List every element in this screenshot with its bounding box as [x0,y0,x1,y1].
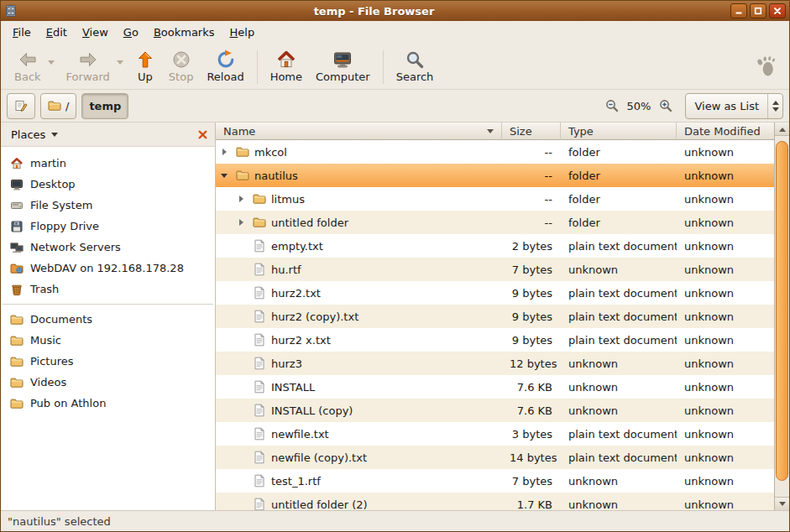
sidebar-item-floppy-drive[interactable]: Floppy Drive [1,216,215,237]
file-row-hu-rtf[interactable]: hu.rtf7 bytesunknownunknown [216,258,774,281]
toolbar: BackForwardUpStopReloadHomeComputerSearc… [1,44,789,90]
menu-go[interactable]: Go [116,23,146,42]
expander-icon[interactable] [236,193,248,205]
root-path-button[interactable]: / [40,93,76,119]
sidebar-item-documents[interactable]: Documents [1,309,215,330]
expander-icon[interactable] [236,216,248,228]
date-cell: unknown [677,263,774,276]
sidebar-close-button[interactable] [193,125,212,143]
sidebar-item-trash[interactable]: Trash [1,279,215,300]
name-cell: untitled folder (2) [216,498,502,510]
file-list-area: NameSizeTypeDate Modified mkcol--folderu… [216,123,789,510]
file-name: hurz2 x.txt [271,334,331,347]
type-cell: unknown [561,475,677,488]
titlebar[interactable]: temp - File Browser [1,1,789,21]
scroll-down-button[interactable] [775,497,789,510]
sidebar-item-label: Floppy Drive [30,220,99,232]
sidebar-item-desktop[interactable]: Desktop [1,174,215,195]
expander-icon[interactable] [219,146,231,158]
sidebar-item-videos[interactable]: Videos [1,372,215,393]
zoom-in-button[interactable] [658,98,673,113]
name-cell: mkcol [216,145,502,159]
sidebar-item-martin[interactable]: martin [1,153,215,174]
column-header-date-modified[interactable]: Date Modified [677,123,774,140]
toolbar-computer-button[interactable]: Computer [309,47,377,86]
sidebar-item-pub-on-athlon[interactable]: Pub on Athlon [1,393,215,414]
scrollbar-thumb[interactable] [776,141,788,480]
file-row-litmus[interactable]: litmus--folderunknown [216,187,774,211]
arrow-up-icon [135,50,155,70]
toolbar-reload-button[interactable]: Reload [200,47,250,86]
date-cell: unknown [677,404,774,417]
file-name: nautilus [254,170,298,182]
toggle-location-entry-button[interactable] [7,93,35,119]
view-mode-combo[interactable]: View as List [685,93,783,119]
column-header-label: Size [510,125,532,138]
name-cell: hurz2 (copy).txt [216,310,502,323]
stop-icon [171,50,191,70]
maximize-button[interactable] [750,3,766,18]
sidebar-item-file-system[interactable]: File System [1,195,215,216]
column-header-type[interactable]: Type [561,123,677,140]
folder-icon [253,216,266,229]
menu-view[interactable]: View [75,23,116,42]
file-row-mkcol[interactable]: mkcol--folderunknown [216,140,774,164]
type-cell: plain text document [561,428,677,441]
date-cell: unknown [677,451,774,464]
toolbar-back-label: Back [14,70,41,83]
file-name: litmus [271,193,305,206]
sidebar-item-label: Desktop [30,178,76,190]
sidebar-item-webdav-on-192-168-178-28[interactable]: WebDAV on 192.168.178.28 [1,258,215,279]
combo-spinner [768,94,782,118]
text-file-icon [253,357,266,370]
menu-edit[interactable]: Edit [39,23,75,42]
file-name: hu.rtf [271,263,301,276]
toolbar-up-button[interactable]: Up [128,47,162,86]
folder-icon [253,192,266,206]
file-row-untitled-folder[interactable]: untitled folder--folderunknown [216,211,774,234]
toolbar-home-button[interactable]: Home [264,47,309,86]
sidebar-item-pictures[interactable]: Pictures [1,351,215,372]
date-cell: unknown [677,216,774,229]
file-row-hurz2-txt[interactable]: hurz2.txt9 bytesplain text documentunkno… [216,281,774,305]
file-row-hurz2-copy-txt[interactable]: hurz2 (copy).txt9 bytesplain text docume… [216,305,774,328]
zoom-out-button[interactable] [604,98,620,113]
places-label: Places [11,128,45,141]
file-row-untitled-folder-2[interactable]: untitled folder (2)1.7 KBunknownunknown [216,493,774,510]
text-file-icon [253,263,266,276]
window-title: temp - File Browser [22,5,726,18]
spin-up-icon [772,97,779,105]
current-path-button[interactable]: temp [81,93,128,119]
menu-file[interactable]: File [5,23,39,42]
scrollbar-trough[interactable] [775,136,789,497]
sidebar-item-music[interactable]: Music [1,330,215,351]
file-row-install[interactable]: INSTALL7.6 KBunknownunknown [216,375,774,399]
expander-placeholder [236,451,248,463]
expander-placeholder [236,428,248,440]
file-row-test-1-rtf[interactable]: test_1.rtf7 bytesunknownunknown [216,469,774,493]
sidebar-item-network-servers[interactable]: Network Servers [1,237,215,258]
size-cell: 1.7 KB [502,498,561,511]
menu-help[interactable]: Help [222,23,263,42]
file-row-install-copy[interactable]: INSTALL (copy)7.6 KBunknownunknown [216,399,774,422]
toolbar-search-button[interactable]: Search [390,47,441,86]
type-cell: plain text document [561,287,677,300]
scroll-up-button[interactable] [775,123,789,136]
type-cell: plain text document [561,334,677,347]
places-selector[interactable]: Places [4,126,65,143]
file-row-hurz3[interactable]: hurz312 bytesunknownunknown [216,352,774,375]
file-row-newfile-txt[interactable]: newfile.txt3 bytesplain text documentunk… [216,422,774,446]
vertical-scrollbar [774,123,789,510]
column-header-size[interactable]: Size [502,123,561,140]
folder-icon [236,169,249,182]
file-row-hurz2-x-txt[interactable]: hurz2 x.txt9 bytesplain text documentunk… [216,328,774,352]
close-button[interactable] [769,3,786,18]
expander-icon[interactable] [219,170,231,181]
minimize-button[interactable] [730,3,747,18]
column-header-name[interactable]: Name [216,123,502,140]
menu-bookmarks[interactable]: Bookmarks [146,23,222,42]
file-row-newfile-copy-txt[interactable]: newfile (copy).txt14 bytesplain text doc… [216,446,774,469]
file-row-nautilus[interactable]: nautilus--folderunknown [216,164,774,187]
file-row-empty-txt[interactable]: empty.txt2 bytesplain text documentunkno… [216,234,774,258]
toolbar-back-dropdown [48,60,55,68]
